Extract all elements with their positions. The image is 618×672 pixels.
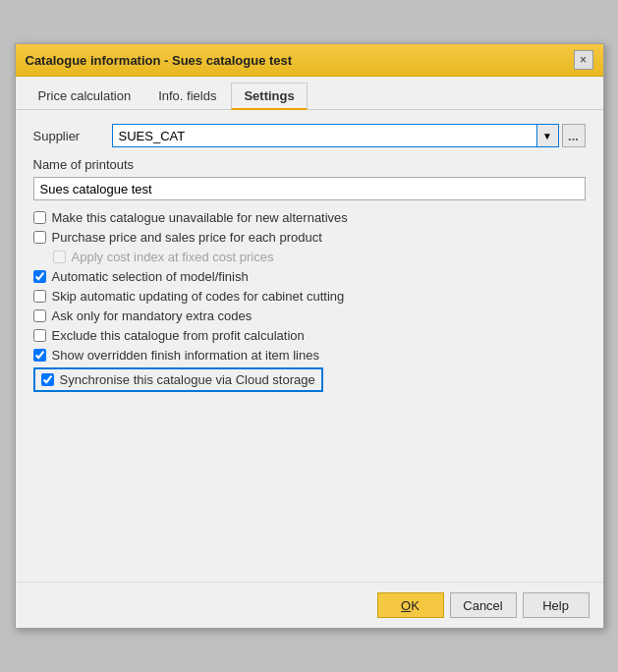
- supplier-input[interactable]: [112, 124, 537, 147]
- tab-settings[interactable]: Settings: [231, 83, 307, 110]
- sync-highlight-box: Synchronise this catalogue via Cloud sto…: [33, 367, 323, 392]
- close-button[interactable]: ×: [574, 50, 593, 70]
- help-label: Help: [542, 598, 569, 613]
- supplier-ellipsis-button[interactable]: ...: [562, 124, 586, 147]
- printouts-label: Name of printouts: [33, 157, 586, 172]
- checkbox-sync-cloud[interactable]: [41, 373, 54, 386]
- dialog-title: Catalogue information - Sues catalogue t…: [26, 53, 293, 68]
- cancel-label: Cancel: [463, 598, 502, 613]
- checkbox-row-overridden-finish: Show overridden finish information at it…: [33, 348, 586, 363]
- cancel-button[interactable]: Cancel: [450, 592, 517, 618]
- checkbox-row-exclude-profit: Exclude this catalogue from profit calcu…: [33, 328, 586, 343]
- catalogue-dialog: Catalogue information - Sues catalogue t…: [15, 43, 604, 629]
- supplier-label: Supplier: [33, 129, 112, 143]
- checkbox-skip-update-label: Skip automatic updating of codes for cab…: [52, 289, 345, 304]
- checkbox-exclude-profit[interactable]: [33, 329, 46, 342]
- settings-content: Supplier ▼ ... Name of printouts Make th…: [16, 110, 603, 582]
- supplier-row: Supplier ▼ ...: [33, 124, 586, 147]
- checkbox-overridden-finish-label: Show overridden finish information at it…: [52, 348, 319, 363]
- tab-info-fields[interactable]: Info. fields: [145, 83, 229, 109]
- checkbox-exclude-profit-label: Exclude this catalogue from profit calcu…: [52, 328, 305, 343]
- checkbox-row-auto-selection: Automatic selection of model/finish: [33, 269, 586, 284]
- checkbox-row-unavailable: Make this catalogue unavailable for new …: [33, 210, 586, 225]
- checkbox-row-cost-index: Apply cost index at fixed cost prices: [53, 250, 586, 264]
- checkbox-row-mandatory-codes: Ask only for mandatory extra codes: [33, 308, 586, 323]
- checkbox-sync-cloud-label: Synchronise this catalogue via Cloud sto…: [60, 372, 315, 387]
- close-icon: ×: [580, 53, 587, 67]
- checkbox-unavailable-label: Make this catalogue unavailable for new …: [52, 210, 348, 225]
- checkbox-auto-selection[interactable]: [33, 270, 46, 283]
- checkbox-mandatory-codes-label: Ask only for mandatory extra codes: [52, 308, 253, 323]
- help-button[interactable]: Help: [523, 592, 590, 618]
- tab-bar: Price calculation Info. fields Settings: [16, 77, 603, 110]
- tab-price-calculation[interactable]: Price calculation: [26, 83, 144, 109]
- checkbox-purchase-price[interactable]: [33, 231, 46, 244]
- checkbox-mandatory-codes[interactable]: [33, 309, 46, 322]
- checkbox-cost-index: [53, 251, 66, 263]
- checkbox-cost-index-label: Apply cost index at fixed cost prices: [72, 250, 274, 264]
- checkbox-row-purchase-price: Purchase price and sales price for each …: [33, 230, 586, 245]
- checkbox-auto-selection-label: Automatic selection of model/finish: [52, 269, 249, 284]
- checkbox-overridden-finish[interactable]: [33, 349, 46, 362]
- checkbox-purchase-price-label: Purchase price and sales price for each …: [52, 230, 322, 245]
- supplier-combo: ▼ ...: [112, 124, 586, 147]
- checkbox-row-sync-cloud: Synchronise this catalogue via Cloud sto…: [33, 367, 586, 392]
- checkbox-skip-update[interactable]: [33, 290, 46, 303]
- dialog-footer: OK Cancel Help: [16, 582, 603, 628]
- supplier-dropdown-arrow[interactable]: ▼: [537, 124, 559, 147]
- ok-button[interactable]: OK: [377, 592, 444, 618]
- checkbox-row-skip-update: Skip automatic updating of codes for cab…: [33, 289, 586, 304]
- printouts-input[interactable]: [33, 177, 586, 200]
- checkbox-unavailable[interactable]: [33, 211, 46, 224]
- title-bar: Catalogue information - Sues catalogue t…: [16, 44, 603, 77]
- ok-label: OK: [401, 598, 420, 613]
